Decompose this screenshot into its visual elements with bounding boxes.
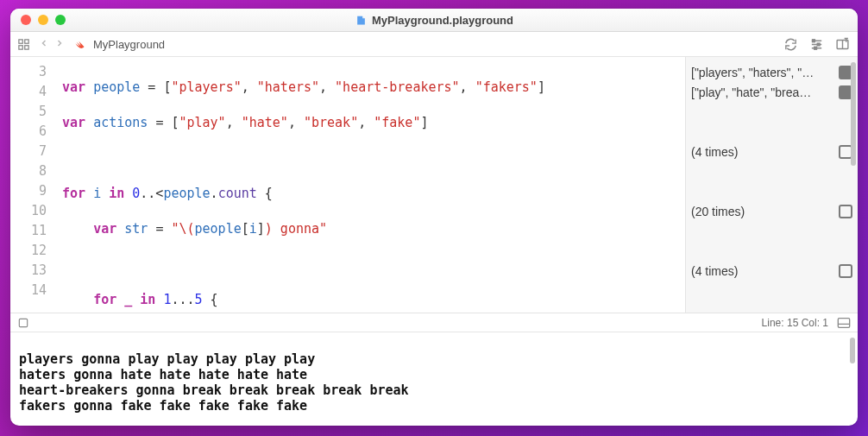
window-title-text: MyPlayground.playground	[372, 14, 513, 27]
breadcrumb-item[interactable]: MyPlayground	[93, 38, 165, 51]
svg-rect-7	[812, 39, 815, 41]
minimize-window-button[interactable]	[38, 15, 48, 25]
quick-look-icon[interactable]	[839, 205, 852, 218]
refresh-icon[interactable]	[782, 37, 799, 52]
close-window-button[interactable]	[21, 15, 31, 25]
line-number: 14	[10, 281, 47, 300]
svg-rect-8	[817, 43, 820, 46]
svg-rect-2	[19, 45, 22, 48]
add-editor-icon[interactable]	[833, 37, 851, 52]
console-line: fakers gonna fake fake fake fake fake	[19, 398, 307, 414]
swift-file-icon	[73, 38, 86, 51]
result-value[interactable]: (4 times)	[691, 264, 833, 278]
svg-rect-1	[25, 39, 28, 42]
adjust-editor-options-icon[interactable]	[808, 37, 825, 52]
editor-main: 3 4 5 6 7 8 9 10 11 12 13 14 var people …	[10, 57, 858, 426]
line-number: 11	[10, 221, 47, 241]
line-number: 7	[10, 142, 47, 161]
scrollbar-thumb[interactable]	[851, 62, 856, 166]
line-number: 12	[10, 241, 47, 261]
titlebar[interactable]: MyPlayground.playground	[10, 9, 858, 32]
svg-rect-14	[19, 319, 27, 326]
svg-rect-15	[838, 318, 849, 327]
result-value[interactable]: ["play", "hate", "brea…	[691, 85, 833, 99]
xcode-playground-window: MyPlayground.playground MyPlayground	[10, 9, 858, 426]
result-value[interactable]: (20 times)	[691, 205, 833, 218]
results-sidebar: ["players", "haters", "… ["play", "hate"…	[685, 57, 858, 313]
source-editor: 3 4 5 6 7 8 9 10 11 12 13 14 var people …	[10, 57, 858, 313]
console-line: heart-breakers gonna break break break b…	[19, 382, 409, 398]
console-line: players gonna play play play play play	[19, 351, 315, 367]
window-controls	[10, 15, 66, 25]
console-status-bar: Line: 15 Col: 1	[10, 313, 858, 332]
line-number: 5	[10, 102, 47, 122]
scrollbar-thumb[interactable]	[850, 338, 855, 363]
debug-console[interactable]: players gonna play play play play play h…	[10, 332, 858, 426]
line-number: 9	[10, 181, 47, 201]
result-value[interactable]: (4 times)	[691, 145, 833, 159]
result-value[interactable]: ["players", "haters", "…	[691, 66, 833, 79]
console-line: haters gonna hate hate hate hate hate	[19, 367, 307, 382]
nav-back-button[interactable]	[37, 38, 51, 51]
toggle-debug-area-icon[interactable]	[837, 317, 851, 329]
code-text-area[interactable]: var people = ["players", "haters", "hear…	[55, 57, 685, 313]
line-number: 8	[10, 161, 47, 181]
zoom-window-button[interactable]	[55, 15, 66, 25]
nav-forward-button[interactable]	[53, 38, 66, 51]
quick-look-icon[interactable]	[839, 264, 852, 278]
jump-bar: MyPlayground	[10, 32, 858, 57]
svg-rect-9	[814, 47, 816, 49]
execute-playground-icon[interactable]	[17, 317, 29, 329]
playground-file-icon	[355, 14, 367, 26]
line-number: 4	[10, 82, 47, 102]
line-number: 6	[10, 122, 47, 142]
svg-rect-3	[25, 45, 28, 48]
line-number: 3	[10, 62, 47, 82]
line-number: 10	[10, 201, 47, 221]
line-number-gutter: 3 4 5 6 7 8 9 10 11 12 13 14	[10, 57, 55, 313]
line-number: 13	[10, 261, 47, 281]
cursor-position: Line: 15 Col: 1	[762, 317, 828, 329]
window-title: MyPlayground.playground	[10, 14, 858, 27]
svg-rect-0	[19, 39, 22, 42]
related-items-icon[interactable]	[17, 38, 30, 51]
